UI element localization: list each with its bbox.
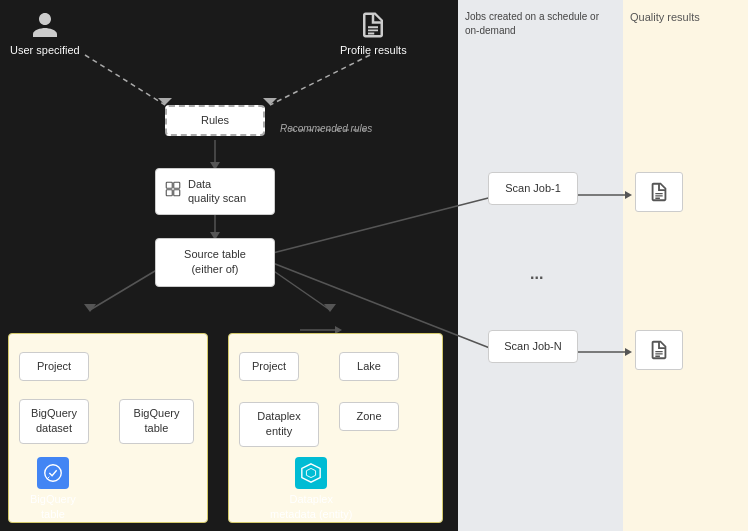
recommended-rules-label: Recommended rules (280, 123, 372, 134)
bigquery-table-inner-box: BigQuerytable (119, 399, 194, 444)
bigquery-table-bottom-label: BigQuerytable (30, 492, 76, 521)
svg-marker-37 (307, 469, 316, 478)
svg-rect-32 (174, 182, 180, 188)
source-table-box: Source table(either of) (155, 238, 275, 287)
svg-point-35 (45, 465, 62, 482)
scan-job-1-label: Scan Job-1 (505, 182, 561, 194)
dataplex-entity-label: Dataplexentity (257, 410, 300, 437)
quality-result-n (635, 330, 683, 370)
scan-job-1-box: Scan Job-1 (488, 172, 578, 205)
source-table-label: Source table(either of) (184, 248, 246, 275)
bigquery-bottom-icon (37, 457, 69, 489)
bigquery-dataset-box: BigQuerydataset (19, 399, 89, 444)
profile-results: Profile results (340, 10, 407, 57)
data-quality-scan-box: Dataquality scan (155, 168, 275, 215)
dataplex-bottom-icon (295, 457, 327, 489)
scan-icon (164, 180, 182, 202)
user-icon (30, 10, 60, 40)
scan-job-n-label: Scan Job-N (504, 340, 561, 352)
project-bq-box: Project (19, 352, 89, 381)
zone-box: Zone (339, 402, 399, 431)
svg-rect-34 (174, 190, 180, 196)
zone-label: Zone (356, 410, 381, 422)
svg-rect-33 (166, 190, 172, 196)
profile-icon (358, 10, 388, 40)
jobs-header: Jobs created on a schedule or on-demand (465, 10, 615, 38)
project-bq-label: Project (37, 360, 71, 372)
svg-rect-31 (166, 182, 172, 188)
user-specified-label: User specified (10, 43, 80, 57)
bigquery-table-bottom: BigQuerytable (30, 457, 76, 521)
quality-results-header: Quality results (630, 10, 740, 25)
ellipsis-label: ... (530, 265, 543, 283)
data-quality-scan-label: Dataquality scan (188, 177, 246, 206)
bigquery-table-inner-label: BigQuerytable (134, 407, 180, 434)
project-dp-box: Project (239, 352, 299, 381)
lake-label: Lake (357, 360, 381, 372)
bigquery-dataset-label: BigQuerydataset (31, 407, 77, 434)
scan-job-n-box: Scan Job-N (488, 330, 578, 363)
lake-box: Lake (339, 352, 399, 381)
svg-marker-36 (302, 464, 320, 482)
section-right (623, 0, 748, 531)
profile-results-label: Profile results (340, 43, 407, 57)
quality-result-1 (635, 172, 683, 212)
dataplex-metadata-label: Dataplexmetadata (entity) (270, 492, 353, 521)
project-dp-label: Project (252, 360, 286, 372)
rules-box: Rules (165, 105, 265, 136)
rules-label: Rules (201, 114, 229, 126)
diagram-container: User specified Profile results Rules Rec… (0, 0, 748, 531)
user-specified: User specified (10, 10, 80, 57)
dataplex-entity-box: Dataplexentity (239, 402, 319, 447)
dataplex-metadata-bottom: Dataplexmetadata (entity) (270, 457, 353, 521)
